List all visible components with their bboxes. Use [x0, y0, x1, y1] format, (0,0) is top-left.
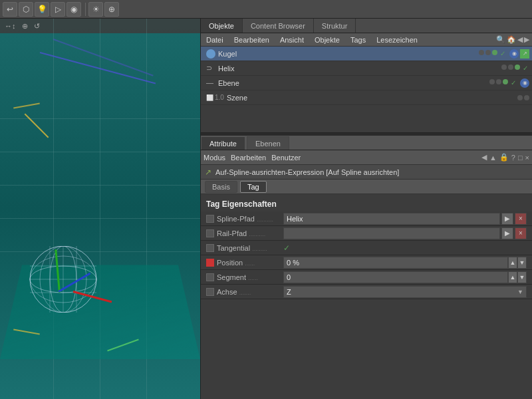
checkbox-spline-pfad[interactable] — [206, 215, 214, 223]
dot — [479, 50, 484, 55]
spinner-up-segment[interactable]: ▲ — [508, 271, 517, 283]
nav-back-icon[interactable]: ◀ — [517, 35, 523, 44]
attr-toolbar: Modus Bearbeiten Benutzer ◀ ▲ 🔒 ? □ × — [201, 150, 532, 165]
attr-tab-bar: Attribute Ebenen — [201, 136, 532, 150]
dot — [517, 95, 523, 100]
object-row-helix[interactable]: ⊃ Helix ✓ — [201, 61, 532, 76]
value-spline-pfad[interactable]: Helix — [283, 213, 500, 225]
toolbar-icon-cube[interactable]: ⬡ — [19, 2, 33, 17]
toolbar-icon-sun[interactable]: ☀ — [88, 2, 103, 17]
tab-attribute[interactable]: Attribute — [201, 136, 245, 150]
checkbox-segment[interactable] — [206, 273, 214, 281]
btn-rail-extra[interactable]: × — [515, 227, 527, 239]
checkbox-achse[interactable] — [206, 288, 214, 296]
attr-menu-modus[interactable]: Modus — [203, 154, 225, 162]
tag-sphere: ◉ — [509, 49, 519, 59]
viewport[interactable]: ↔↕ ⊕ ↺ — [0, 19, 201, 399]
spinner-down-position[interactable]: ▼ — [517, 257, 527, 269]
separator-1 — [85, 3, 86, 16]
tab-content-browser[interactable]: Content Browser — [243, 19, 314, 33]
btn-spline-open[interactable]: ▶ — [501, 213, 513, 225]
viewport-icon-move[interactable]: ↔↕ — [3, 21, 18, 31]
prop-row-segment: Segment ...... 0 ▲ ▼ — [201, 270, 532, 285]
menu-tags[interactable]: Tags — [348, 36, 368, 44]
object-dots-szene — [517, 95, 529, 100]
dots-position: ...... — [245, 260, 255, 267]
path-text: Auf-Spline-ausrichten-Expression [Auf Sp… — [215, 168, 399, 176]
toolbar-icon-camera[interactable]: ▷ — [51, 2, 65, 17]
object-row-szene[interactable]: ⬜ 1.0 Szene — [201, 90, 532, 105]
toolbar-icon-undo[interactable]: ↩ — [3, 2, 17, 17]
dots-tangential: ......... — [252, 245, 267, 252]
toolbar-icon-add[interactable]: ⊕ — [104, 2, 119, 17]
spline-line — [40, 52, 156, 84]
object-tags-ebene: ◉ — [520, 78, 529, 88]
object-dots: ✓ — [479, 50, 507, 57]
menu-lesezeichen[interactable]: Lesezeichen — [374, 36, 420, 44]
btn-rail-open[interactable]: ▶ — [501, 227, 513, 239]
sub-tabs: Basis Tag — [201, 180, 532, 194]
value-tangential[interactable]: ✓ — [283, 243, 290, 253]
prop-row-position: Position ...... 0 % ▲ ▼ — [201, 255, 532, 270]
spinner-up-position[interactable]: ▲ — [508, 257, 517, 269]
menu-bar: Datei Bearbeiten Ansicht Objekte Tags Le… — [201, 33, 532, 47]
tag-sphere2: ◉ — [520, 78, 529, 88]
sub-tab-tag[interactable]: Tag — [240, 181, 267, 193]
label-position: Position ...... — [217, 259, 283, 267]
search-icon[interactable]: 🔍 — [496, 35, 505, 44]
prop-row-rail-pfad: Rail-Pfad .......... ▶ × — [201, 226, 532, 241]
value-rail-pfad[interactable] — [283, 227, 500, 239]
properties-panel: Tag Eigenschaften Spline-Pfad ..........… — [201, 194, 532, 399]
value-segment[interactable]: 0 — [283, 271, 508, 283]
toolbar-close-icon[interactable]: × — [525, 154, 529, 162]
attr-menu-benutzer[interactable]: Benutzer — [271, 154, 301, 162]
tab-ebenen[interactable]: Ebenen — [247, 136, 289, 150]
dot-active — [492, 50, 497, 55]
sub-tab-basis[interactable]: Basis — [205, 181, 237, 193]
toolbar-question-icon[interactable]: ? — [511, 154, 515, 162]
label-achse: Achse ....... — [217, 288, 283, 296]
object-row-ebene[interactable]: — Ebene ✓ ◉ — [201, 76, 532, 90]
checkbox-position[interactable] — [206, 259, 214, 267]
toolbar-icon-render[interactable]: ◉ — [66, 2, 81, 17]
menu-objekte[interactable]: Objekte — [312, 36, 342, 44]
toolbar-maximize-icon[interactable]: □ — [518, 154, 523, 162]
dot — [489, 79, 495, 84]
main-layout: ↔↕ ⊕ ↺ — [0, 19, 532, 399]
btn-spline-extra[interactable]: × — [515, 213, 527, 225]
object-row-kugel[interactable]: Kugel ✓ ◉ ↗ — [201, 47, 532, 61]
dot — [508, 65, 513, 70]
object-dots: ✓ — [489, 79, 517, 86]
object-icon-kugel — [206, 49, 215, 59]
attr-menu-bearbeiten[interactable]: Bearbeiten — [231, 154, 266, 162]
dot — [496, 79, 501, 84]
viewport-icon-rotate[interactable]: ↺ — [32, 21, 42, 31]
tab-struktur[interactable]: Struktur — [314, 19, 356, 33]
toolbar-lock-icon[interactable]: 🔒 — [499, 153, 509, 162]
dots-spline: .......... — [257, 216, 273, 223]
object-icon-ebene: — — [206, 78, 215, 88]
attr-toolbar-right: ◀ ▲ 🔒 ? □ × — [481, 153, 529, 162]
home-icon[interactable]: 🏠 — [507, 35, 516, 44]
viewport-icon-zoom[interactable]: ⊕ — [20, 21, 30, 31]
checkbox-tangential[interactable] — [206, 244, 214, 252]
section-title-tag-eigenschaften: Tag Eigenschaften — [201, 197, 532, 211]
nav-forward-icon[interactable]: ▶ — [524, 35, 529, 44]
toolbar-icon-light[interactable]: 💡 — [35, 2, 49, 17]
tab-objekte[interactable]: Objekte — [201, 19, 243, 33]
dots-achse: ....... — [239, 289, 251, 296]
spinner-down-segment[interactable]: ▼ — [517, 271, 527, 283]
value-position[interactable]: 0 % — [283, 257, 508, 269]
menu-datei[interactable]: Datei — [203, 36, 226, 44]
checkbox-rail-pfad[interactable] — [206, 229, 214, 237]
dots-rail: .......... — [249, 231, 265, 237]
top-toolbar: ↩ ⬡ 💡 ▷ ◉ ☀ ⊕ — [0, 0, 532, 19]
dropdown-achse[interactable]: Z ▼ — [283, 286, 527, 298]
dot-active — [503, 79, 508, 84]
toolbar-up-icon[interactable]: ▲ — [489, 154, 497, 162]
toolbar-left-icon[interactable]: ◀ — [481, 153, 487, 162]
object-name-szene: Szene — [227, 94, 517, 102]
object-dots: ✓ — [501, 65, 529, 72]
menu-bearbeiten[interactable]: Bearbeiten — [231, 36, 272, 44]
menu-ansicht[interactable]: Ansicht — [277, 36, 307, 44]
